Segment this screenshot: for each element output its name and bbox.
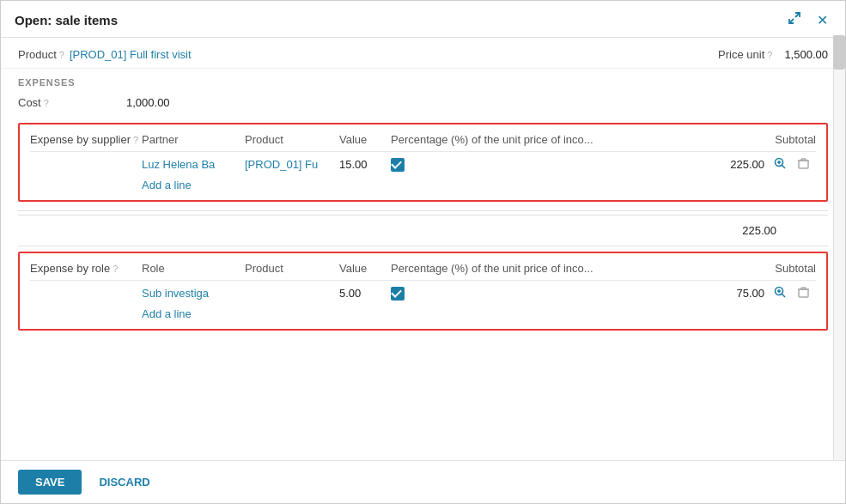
modal-title: Open: sale items xyxy=(15,13,118,27)
supplier-partner[interactable]: Luz Helena Ba xyxy=(142,158,245,171)
expense-by-role-header: Expense by role ? Role Product Value Per… xyxy=(30,262,816,275)
expense-by-role-help-icon[interactable]: ? xyxy=(113,264,118,274)
role-table-divider xyxy=(30,280,816,281)
save-button[interactable]: SAVE xyxy=(18,470,82,495)
col-role-subtotal-label: Subtotal xyxy=(739,262,816,275)
modal-header: Open: sale items ✕ xyxy=(1,1,845,38)
supplier-table-columns: Partner Product Value Percentage (%) of … xyxy=(142,133,816,146)
expense-by-role-label: Expense by role ? xyxy=(30,262,142,275)
cost-help-icon[interactable]: ? xyxy=(44,98,49,108)
role-checkbox-icon[interactable] xyxy=(391,287,405,301)
supplier-product[interactable]: [PROD_01] Fu xyxy=(245,158,339,171)
product-value: [PROD_01] Full first visit xyxy=(70,48,192,61)
role-value[interactable]: 5.00 xyxy=(339,287,391,300)
supplier-value[interactable]: 15.00 xyxy=(339,158,391,171)
supplier-subtotal: 225.00 xyxy=(687,158,764,171)
col-subtotal-label: Subtotal xyxy=(739,133,816,146)
role-table-row: Sub investiga 5.00 75.00 xyxy=(30,282,816,304)
col-partner-label: Partner xyxy=(142,133,245,146)
supplier-add-line[interactable]: Add a line xyxy=(30,179,192,191)
col-product-label: Product xyxy=(245,133,339,146)
expenses-section-label: EXPENSES xyxy=(1,69,845,93)
col-role-percentage-label: Percentage (%) of the unit price of inco… xyxy=(391,262,739,275)
supplier-checkbox-icon[interactable] xyxy=(391,158,405,172)
col-role-label: Role xyxy=(142,262,245,275)
price-unit-field: Price unit ? 1,500.00 xyxy=(718,48,828,61)
total-row: 225.00 xyxy=(1,219,845,242)
product-label: Product ? xyxy=(18,48,64,61)
col-role-product-label: Product xyxy=(245,262,339,275)
expand-button[interactable] xyxy=(784,9,805,30)
expense-by-supplier-label: Expense by supplier ? xyxy=(30,133,142,146)
role-row-actions xyxy=(764,285,816,301)
divider-3 xyxy=(18,246,828,246)
supplier-delete-button[interactable] xyxy=(795,157,812,173)
modal-dialog: Open: sale items ✕ Product ? [PROD xyxy=(0,0,846,504)
price-unit-value: 1,500.00 xyxy=(784,48,828,61)
price-unit-help-icon[interactable]: ? xyxy=(767,50,772,60)
close-button[interactable]: ✕ xyxy=(813,10,831,30)
role-zoom-button[interactable] xyxy=(771,285,788,301)
top-fields-row: Product ? [PROD_01] Full first visit Pri… xyxy=(1,38,845,69)
svg-line-12 xyxy=(782,295,786,298)
cost-label: Cost ? xyxy=(18,96,121,109)
cost-value: 1,000.00 xyxy=(126,96,170,109)
col-percentage-label: Percentage (%) of the unit price of inco… xyxy=(391,133,739,146)
role-percentage-checkbox[interactable] xyxy=(391,287,687,301)
supplier-zoom-button[interactable] xyxy=(771,156,788,173)
col-value-label: Value xyxy=(339,133,391,146)
role-add-line[interactable]: Add a line xyxy=(30,307,192,320)
col-role-value-label: Value xyxy=(339,262,391,275)
svg-rect-6 xyxy=(799,161,808,168)
header-icons: ✕ xyxy=(784,9,831,30)
expense-by-supplier-box: Expense by supplier ? Partner Product Va… xyxy=(18,123,828,202)
svg-line-3 xyxy=(782,166,786,169)
total-value: 225.00 xyxy=(742,224,828,237)
product-help-icon[interactable]: ? xyxy=(59,50,64,60)
divider-1 xyxy=(18,210,828,211)
price-unit-label: Price unit ? xyxy=(718,48,772,61)
expense-by-role-box: Expense by role ? Role Product Value Per… xyxy=(18,252,828,331)
role-role[interactable]: Sub investiga xyxy=(142,287,245,300)
supplier-row-actions xyxy=(764,156,816,173)
svg-rect-15 xyxy=(799,289,808,297)
scrollbar-track[interactable] xyxy=(833,35,845,460)
scrollbar-thumb[interactable] xyxy=(833,35,845,70)
cost-row: Cost ? 1,000.00 xyxy=(1,93,845,118)
role-delete-button[interactable] xyxy=(795,286,812,301)
modal-content: Product ? [PROD_01] Full first visit Pri… xyxy=(1,38,845,460)
supplier-table-divider xyxy=(30,151,816,152)
product-field: Product ? [PROD_01] Full first visit xyxy=(18,48,192,61)
divider-2 xyxy=(18,215,828,216)
modal-footer: SAVE DISCARD xyxy=(1,460,845,503)
role-subtotal: 75.00 xyxy=(687,287,764,300)
expense-by-supplier-header: Expense by supplier ? Partner Product Va… xyxy=(30,133,816,146)
expense-by-supplier-help-icon[interactable]: ? xyxy=(133,135,138,145)
supplier-percentage-checkbox[interactable] xyxy=(391,158,687,172)
role-table-columns: Role Product Value Percentage (%) of the… xyxy=(142,262,816,275)
supplier-table-row: Luz Helena Ba [PROD_01] Fu 15.00 225.00 xyxy=(30,154,816,175)
discard-button[interactable]: DISCARD xyxy=(90,470,158,495)
